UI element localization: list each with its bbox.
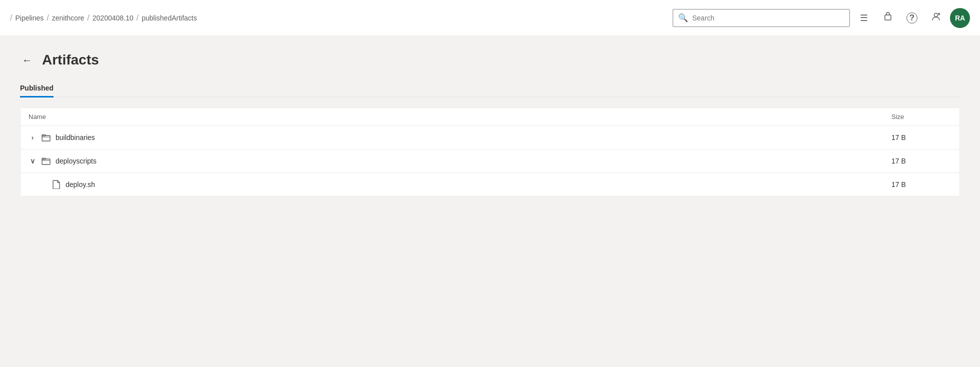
expand-deployscripts-button[interactable]: ∨ [29,157,37,165]
back-arrow-icon: ← [22,54,32,66]
bag-icon [883,12,893,24]
search-input[interactable] [692,14,844,22]
svg-rect-0 [885,15,891,20]
breadcrumb-artifacts[interactable]: publishedArtifacts [142,14,197,22]
search-icon: 🔍 [678,13,688,22]
table-row[interactable]: › buildbinaries 17 B [21,126,959,150]
breadcrumb-build[interactable]: 20200408.10 [93,14,134,22]
back-button[interactable]: ← [20,52,34,68]
folder-icon [42,133,51,142]
column-header-name: Name [29,113,891,120]
help-icon: ? [906,12,917,24]
artifacts-table: Name Size › buildbinaries 17 B ∨ [20,108,960,196]
row-name-deployscripts: ∨ deployscripts [29,156,891,166]
table-row[interactable]: ∨ deployscripts 17 B [21,150,959,173]
tab-published[interactable]: Published [20,80,54,98]
file-icon [53,180,61,189]
row-label-deployscripts: deployscripts [56,157,97,165]
search-box[interactable]: 🔍 [673,9,850,27]
row-size-deploy-sh: 17 B [891,180,951,188]
column-header-size: Size [891,113,951,120]
user-settings-icon [931,12,941,24]
breadcrumb-pipelines[interactable]: Pipelines [15,14,44,22]
shopping-icon-button[interactable] [878,8,898,28]
svg-rect-3 [42,136,50,141]
breadcrumb: / Pipelines / zenithcore / 20200408.10 /… [10,14,197,22]
svg-point-1 [934,14,938,17]
row-name-deploy-sh: deploy.sh [29,180,891,189]
breadcrumb-sep-2: / [87,14,89,22]
list-icon-button[interactable]: ☰ [854,8,874,28]
row-name-buildbinaries: › buildbinaries [29,133,891,142]
page-header: ← Artifacts [20,52,960,68]
folder-icon [42,156,51,166]
avatar[interactable]: RA [950,8,970,28]
tabs: Published [20,80,960,98]
breadcrumb-sep-3: / [137,14,139,22]
table-row[interactable]: deploy.sh 17 B [21,173,959,196]
topbar-right: 🔍 ☰ ? [673,8,970,28]
list-icon: ☰ [860,12,868,24]
breadcrumb-sep-1: / [47,14,49,22]
expand-buildbinaries-button[interactable]: › [29,134,37,142]
row-label-deploy-sh: deploy.sh [66,180,95,188]
row-size-buildbinaries: 17 B [891,134,951,142]
row-label-buildbinaries: buildbinaries [56,134,95,142]
breadcrumb-root-sep: / [10,14,12,22]
main-content: ← Artifacts Published Name Size › [0,36,980,367]
row-size-deployscripts: 17 B [891,157,951,165]
page-title: Artifacts [42,52,99,68]
user-settings-button[interactable] [926,8,946,28]
table-header: Name Size [21,108,959,126]
help-icon-button[interactable]: ? [902,8,922,28]
svg-rect-5 [42,159,50,164]
breadcrumb-zenithcore[interactable]: zenithcore [52,14,85,22]
topbar: / Pipelines / zenithcore / 20200408.10 /… [0,0,980,36]
